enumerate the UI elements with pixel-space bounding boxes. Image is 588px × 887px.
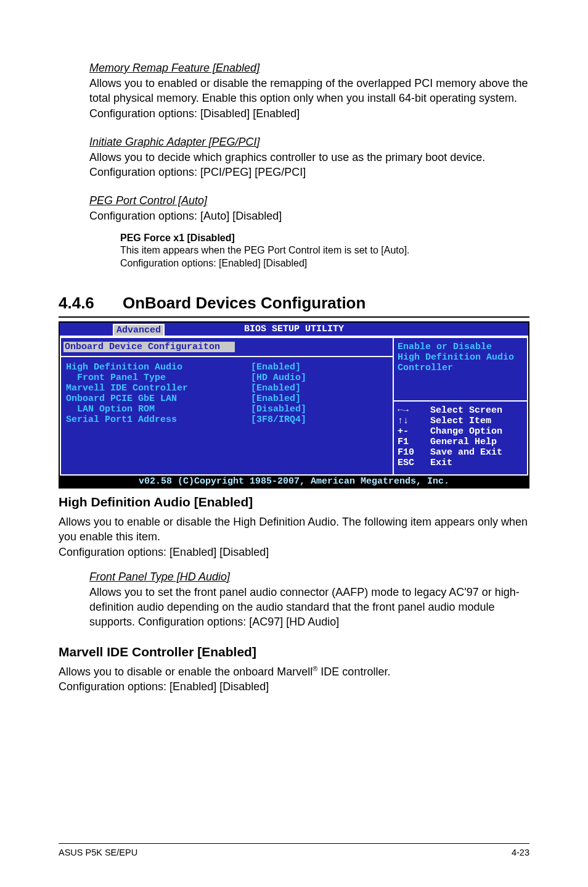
bios-tab-advanced: Advanced — [113, 324, 165, 336]
hda-heading: High Definition Audio [Enabled] — [59, 495, 529, 510]
bios-key-row: ↑↓ Select Item — [398, 416, 523, 426]
bios-key-row: +- Change Option — [398, 426, 523, 437]
hda-line2: Configuration options: [Enabled] [Disabl… — [59, 545, 529, 559]
section-title: OnBoard Devices Configuration — [123, 294, 365, 313]
section-underline — [59, 316, 529, 318]
bios-config-value: [Enabled] — [251, 383, 301, 394]
bios-config-row: Serial Port1 Address[3F8/IRQ4] — [66, 415, 388, 425]
initiate-graphic-heading: Initiate Graphic Adapter [PEG/PCI] — [89, 136, 529, 149]
bios-key-row: F1 General Help — [398, 437, 523, 447]
bios-config-value: [HD Audio] — [251, 373, 306, 383]
peg-force-line1: This item appears when the PEG Port Cont… — [120, 244, 529, 257]
bios-config-value: [Enabled] — [251, 394, 301, 404]
bios-config-row: High Definition Audio[Enabled] — [66, 362, 388, 373]
initiate-graphic-text: Allows you to decide which graphics cont… — [89, 150, 529, 180]
memory-remap-text: Allows you to enabled or disable the rem… — [89, 76, 529, 121]
footer-left: ASUS P5K SE/EPU — [59, 848, 137, 857]
bios-key-legend: ←→ Select Screen↑↓ Select Item+- Change … — [394, 400, 527, 474]
marvell-line1: Allows you to disable or enable the onbo… — [59, 664, 529, 679]
bios-config-value: [Disabled] — [251, 404, 306, 415]
bios-key-row: F10 Save and Exit — [398, 447, 523, 458]
fpt-heading: Front Panel Type [HD Audio] — [89, 571, 529, 584]
bios-config-value: [Enabled] — [251, 362, 301, 373]
bios-key-row: ESC Exit — [398, 458, 523, 468]
bios-panel-title: Onboard Device Configuraiton — [63, 342, 235, 352]
bios-help-text: Enable or Disable High Definition Audio … — [394, 338, 527, 377]
bios-help-l1: Enable or Disable — [398, 342, 523, 352]
hda-line1: Allows you to enable or disable the High… — [59, 514, 529, 545]
bios-config-label: Onboard PCIE GbE LAN — [66, 394, 251, 404]
bios-left-panel: Onboard Device Configuraiton High Defini… — [60, 337, 394, 476]
bios-title: BIOS SETUP UTILITY — [244, 324, 344, 334]
peg-port-heading: PEG Port Control [Auto] — [89, 194, 529, 207]
footer-right: 4-23 — [512, 848, 529, 857]
bios-config-row: Front Panel Type[HD Audio] — [66, 373, 388, 383]
section-heading: 4.4.6 OnBoard Devices Configuration — [59, 294, 529, 313]
bios-key-row: ←→ Select Screen — [398, 405, 523, 416]
bios-divider — [61, 356, 393, 357]
bios-right-panel: Enable or Disable High Definition Audio … — [394, 337, 528, 476]
peg-force-heading: PEG Force x1 [Disabled] — [120, 233, 529, 244]
peg-force-line2: Configuration options: [Enabled] [Disabl… — [120, 257, 529, 270]
marvell-heading: Marvell IDE Controller [Enabled] — [59, 645, 529, 659]
bios-config-row: LAN Option ROM[Disabled] — [66, 404, 388, 415]
bios-config-value: [3F8/IRQ4] — [251, 415, 306, 425]
bios-config-label: Front Panel Type — [66, 373, 251, 383]
section-number: 4.4.6 — [59, 294, 123, 313]
bios-config-label: Marvell IDE Controller — [66, 383, 251, 394]
marvell-line2: Configuration options: [Enabled] [Disabl… — [59, 679, 529, 694]
bios-footer: v02.58 (C)Copyright 1985-2007, American … — [60, 476, 528, 487]
bios-help-l2: High Definition Audio — [398, 352, 523, 363]
bios-config-label: High Definition Audio — [66, 362, 251, 373]
bios-help-l3: Controller — [398, 363, 523, 373]
bios-screenshot: BIOS SETUP UTILITY Advanced Onboard Devi… — [59, 321, 529, 489]
bios-config-row: Onboard PCIE GbE LAN[Enabled] — [66, 394, 388, 404]
fpt-text: Allows you to set the front panel audio … — [89, 585, 529, 630]
bios-config-label: LAN Option ROM — [66, 404, 251, 415]
bios-config-label: Serial Port1 Address — [66, 415, 251, 425]
bios-config-row: Marvell IDE Controller[Enabled] — [66, 383, 388, 394]
peg-port-text: Configuration options: [Auto] [Disabled] — [89, 208, 529, 223]
memory-remap-heading: Memory Remap Feature [Enabled] — [89, 62, 529, 75]
page-footer: ASUS P5K SE/EPU 4-23 — [59, 843, 529, 857]
